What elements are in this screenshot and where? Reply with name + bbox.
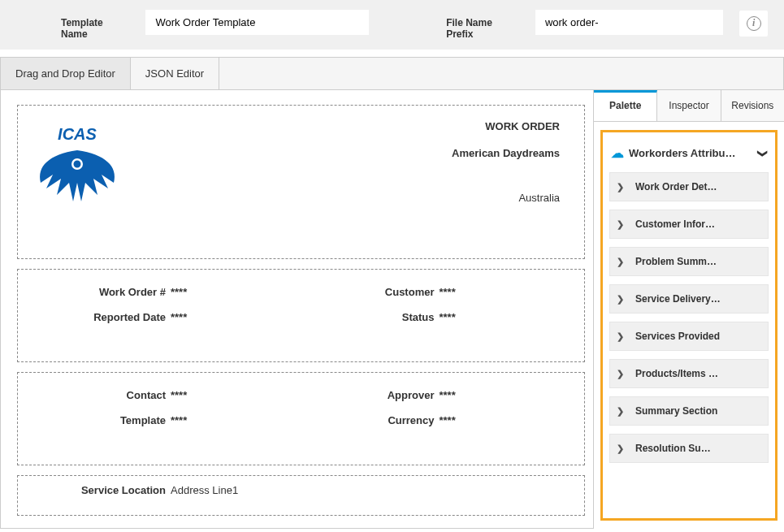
fields1-right: Customer **** Status **** [301, 279, 570, 352]
tab-json-editor[interactable]: JSON Editor [131, 58, 219, 89]
field-currency: Currency **** [301, 414, 570, 426]
doc-title: WORK ORDER [452, 120, 560, 132]
palette-item-service-delivery[interactable]: ❯Service Delivery… [609, 284, 769, 314]
tab-revisions[interactable]: Revisions [721, 90, 784, 121]
chevron-right-icon: ❯ [617, 219, 624, 230]
field-status: Status **** [301, 311, 570, 323]
field-customer: Customer **** [301, 286, 570, 298]
template-name-input[interactable] [145, 10, 369, 35]
fields-section-1[interactable]: Work Order # **** Reported Date **** Cus… [17, 269, 585, 362]
palette-item-customer-info[interactable]: ❯Customer Infor… [609, 210, 769, 239]
chevron-right-icon: ❯ [617, 331, 624, 342]
sidebar-tabs: Palette Inspector Revisions [594, 90, 784, 122]
palette-item-problem-summary[interactable]: ❯Problem Summ… [609, 247, 769, 276]
palette-group-header[interactable]: ☁ Workorders Attribu… ❯ [609, 141, 769, 172]
palette-item-services-provided[interactable]: ❯Services Provided [609, 322, 769, 351]
chevron-right-icon: ❯ [617, 294, 624, 305]
main-area: ICAS WORK ORDER American Daydreams Austr… [0, 90, 784, 529]
canvas[interactable]: ICAS WORK ORDER American Daydreams Austr… [0, 90, 593, 529]
palette-item-products-items[interactable]: ❯Products/Items … [609, 359, 769, 388]
fields-section-2[interactable]: Contact **** Template **** Approver ****… [17, 372, 585, 465]
field-contact: Contact **** [32, 389, 301, 401]
palette-item-resolution-summary[interactable]: ❯Resolution Su… [609, 434, 769, 463]
company-name: American Daydreams [452, 147, 560, 159]
country: Australia [452, 192, 560, 204]
fields1-left: Work Order # **** Reported Date **** [32, 279, 301, 352]
field-reported-date: Reported Date **** [32, 311, 301, 323]
fields2-right: Approver **** Currency **** [301, 383, 570, 455]
palette-item-summary-section[interactable]: ❯Summary Section [609, 396, 769, 426]
cloud-icon: ☁ [611, 145, 624, 161]
chevron-right-icon: ❯ [617, 443, 624, 454]
palette-item-work-order-details[interactable]: ❯Work Order Det… [609, 172, 769, 201]
header-right: WORK ORDER American Daydreams Australia [452, 120, 560, 204]
header-section[interactable]: ICAS WORK ORDER American Daydreams Austr… [17, 105, 585, 259]
sidebar: Palette Inspector Revisions ☁ Workorders… [593, 90, 784, 529]
service-location-label: Service Location [32, 484, 171, 496]
info-icon[interactable]: i [739, 11, 768, 37]
field-template: Template **** [32, 414, 301, 426]
chevron-right-icon: ❯ [617, 182, 624, 192]
svg-point-2 [75, 162, 80, 167]
chevron-right-icon: ❯ [617, 406, 624, 417]
chevron-right-icon: ❯ [617, 257, 624, 267]
svg-text:ICAS: ICAS [58, 125, 97, 143]
file-prefix-label: File Name Prefix [446, 17, 519, 40]
palette-panel: ☁ Workorders Attribu… ❯ ❯Work Order Det…… [600, 130, 778, 521]
fields2-left: Contact **** Template **** [32, 383, 301, 455]
top-bar: Template Name File Name Prefix i [0, 0, 784, 50]
service-location-value: Address Line1 [171, 484, 238, 496]
location-section[interactable]: Service Location Address Line1 [17, 475, 585, 516]
chevron-down-icon: ❯ [757, 149, 769, 158]
file-prefix-input[interactable] [535, 10, 724, 35]
tab-drag-drop-editor[interactable]: Drag and Drop Editor [1, 58, 131, 89]
palette-group-title: Workorders Attribu… [629, 147, 735, 159]
field-work-order-num: Work Order # **** [32, 286, 301, 298]
template-name-label: Template Name [61, 17, 129, 40]
tab-palette[interactable]: Palette [594, 90, 657, 121]
chevron-right-icon: ❯ [617, 369, 624, 379]
field-approver: Approver **** [301, 389, 570, 401]
editor-tabs: Drag and Drop Editor JSON Editor [0, 57, 784, 90]
tab-inspector[interactable]: Inspector [657, 90, 721, 121]
